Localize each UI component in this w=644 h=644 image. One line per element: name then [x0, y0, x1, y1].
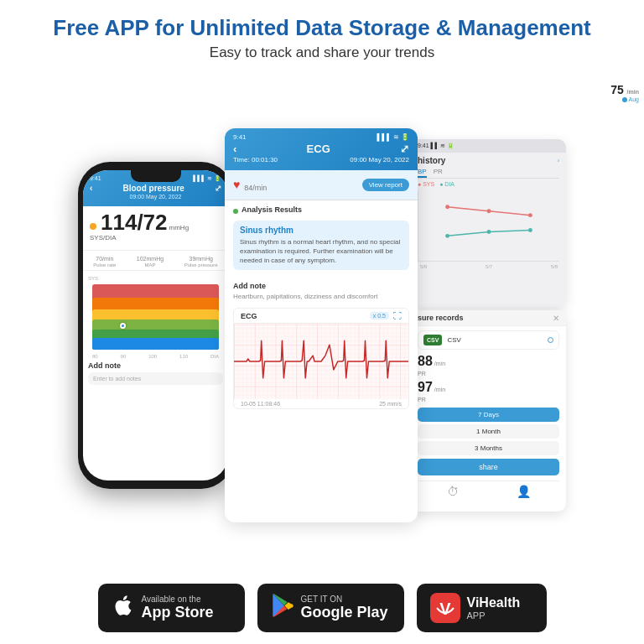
pulse-pressure-metric: 39mmHg Pulse pressure [184, 253, 218, 267]
ecg-heart-rate-row: ♥ 84/min View report [225, 170, 418, 200]
badges-section: Available on the App Store GET IT ON Goo… [0, 574, 644, 644]
bp-chart [88, 283, 223, 354]
rs1-tab-pr[interactable]: PR [434, 168, 443, 178]
phone-notch [131, 170, 181, 182]
ecg-screen-card: 9:41 ▌▌▌ ≋ 🔋 ‹ ECG ⤢ Time: 00:01:30 09:0… [225, 128, 418, 522]
bp-unit: mmHg [169, 224, 190, 231]
rs2-content: CSV CSV 88 /min PR 97 /min PR 7 Days [411, 326, 566, 502]
appstore-badge[interactable]: Available on the App Store [98, 584, 245, 632]
bp-date: 09:00 May 20, 2022 [90, 194, 221, 200]
rs2-csv-radio[interactable] [548, 337, 553, 343]
rs2-share-btn[interactable]: share [418, 459, 559, 475]
ecg-add-note-title: Add note [233, 282, 409, 290]
rs1-title: history [418, 156, 445, 165]
rs1-subtab-sys[interactable]: ● SYS [418, 181, 434, 187]
screenshots-section: 9:41 ▌▌▌ ≋ 🔋 ‹ Blood pressure ⤢ 09:00 Ma… [0, 68, 644, 574]
rs1-tab-bp[interactable]: BP [418, 168, 427, 178]
googleplay-text: GET IT ON Google Play [301, 595, 388, 621]
rs2-time-buttons: 7 Days 1 Month 3 Months [418, 408, 559, 455]
googleplay-main-text: Google Play [301, 605, 388, 621]
rs1-statusbar: 9:41 ▌▌ ≋ 🔋 [418, 143, 454, 149]
svg-point-7 [528, 228, 532, 232]
subtitle: Easy to track and share your trends [17, 44, 627, 61]
ecg-share-icon[interactable]: ⤢ [400, 143, 409, 155]
vihealth-name-text: ViHealth [467, 595, 521, 610]
ecg-waveform-header: ECG x 0.5 ⛶ [234, 309, 408, 324]
vihealth-logo: V [430, 593, 460, 623]
bp-sys-dia-label: SYS/DIA [90, 234, 221, 242]
rs2-close-icon[interactable]: ✕ [553, 314, 559, 323]
pulse-rate-metric: 70/min Pulse rate [93, 253, 116, 267]
ecg-duration: Time: 00:01:30 [233, 156, 278, 164]
ecg-signal: ▌▌▌ ≋ 🔋 [377, 133, 409, 141]
ecg-waveform-label: ECG [241, 312, 257, 320]
ecg-waveform-area: ECG x 0.5 ⛶ [233, 308, 409, 409]
rs2-pr2-label: PR [418, 397, 559, 402]
svg-point-3 [487, 209, 491, 213]
bp-add-note-input[interactable]: Enter to add notes [88, 372, 223, 385]
rs2-pr1: 88 /min [418, 354, 559, 369]
ecg-heart-icon: ♥ [233, 178, 240, 191]
rs2-1month-btn[interactable]: 1 Month [418, 424, 559, 439]
ecg-analysis-section: Analysis Results Sinus rhythm Sinus rhyt… [225, 200, 418, 279]
rs2-pr2: 97 /min [418, 380, 559, 395]
pp-label: Pulse pressure [184, 262, 218, 267]
header-section: Free APP for Unlimited Data Storage & Ma… [0, 0, 644, 68]
rs2-3months-btn[interactable]: 3 Months [418, 441, 559, 455]
rs2-csv-row: CSV CSV [418, 330, 559, 350]
ecg-view-report-btn[interactable]: View report [362, 179, 409, 191]
appstore-text: Available on the App Store [142, 595, 214, 621]
rs1-subtab-dia[interactable]: ● DIA [439, 181, 454, 187]
ecg-zoom[interactable]: x 0.5 [370, 312, 389, 319]
ecg-time-row: Time: 00:01:30 09:00 May 20, 2022 [233, 156, 409, 164]
ecg-add-note-text: Heartburn, palpitations, dizziness and d… [233, 292, 409, 301]
rs2-csv-badge: CSV [423, 335, 442, 345]
vihealth-sub-text: APP [467, 610, 521, 621]
bp-signal-icons: ▌▌▌ ≋ 🔋 [193, 175, 221, 182]
rs1-subtabs: ● SYS ● DIA [418, 181, 559, 187]
rs2-csv-label: CSV [447, 336, 460, 344]
rs2-header: sure records ✕ [411, 310, 566, 326]
rs2-profile-icon[interactable]: 👤 [517, 485, 531, 498]
phone-screen: 9:41 ▌▌▌ ≋ 🔋 ‹ Blood pressure ⤢ 09:00 Ma… [83, 170, 228, 480]
ecg-title-text: ECG [307, 143, 330, 155]
svg-point-6 [487, 230, 491, 234]
rs1-tabs: BP PR [418, 168, 559, 179]
ecg-sinus-title: Sinus rhythm [240, 226, 402, 235]
svg-point-2 [445, 205, 449, 209]
bp-title-row: ‹ Blood pressure ⤢ [90, 184, 221, 193]
map-metric: 102mmHg MAP [137, 253, 164, 267]
bp-screen-title-text: Blood pressure [122, 184, 184, 193]
rs2-bottom-nav: ⏱ 👤 [418, 480, 559, 498]
ecg-title-row: ‹ ECG ⤢ [233, 143, 409, 155]
rs2-7days-btn[interactable]: 7 Days [418, 408, 559, 422]
bp-add-note-title: Add note [88, 361, 223, 370]
googleplay-badge[interactable]: GET IT ON Google Play [257, 584, 404, 632]
bp-value: 114/72 [101, 211, 168, 233]
vihealth-text: ViHealth APP [467, 595, 521, 621]
bp-share-icon[interactable]: ⤢ [215, 184, 221, 193]
ecg-header: 9:41 ▌▌▌ ≋ 🔋 ‹ ECG ⤢ Time: 00:01:30 09:0… [225, 128, 418, 170]
bp-back-icon[interactable]: ‹ [90, 184, 92, 193]
svg-point-5 [445, 233, 449, 237]
rs2-title: sure records [418, 314, 464, 322]
ecg-sinus-text: Sinus rhythm is a normal heart rhythm, a… [240, 237, 402, 266]
right-screen-1: 9:41 ▌▌ ≋ 🔋 history › BP PR ● SYS ● DIA [411, 139, 566, 307]
rs1-header: 9:41 ▌▌ ≋ 🔋 [411, 139, 566, 153]
ecg-back-icon[interactable]: ‹ [233, 143, 236, 155]
appstore-main-text: App Store [142, 605, 214, 621]
rs2-pr2-val: 97 [418, 380, 433, 395]
phone-frame: 9:41 ▌▌▌ ≋ 🔋 ‹ Blood pressure ⤢ 09:00 Ma… [78, 162, 233, 489]
pulse-pressure-value: 39mmHg [184, 253, 218, 262]
bp-time: 9:41 [90, 175, 101, 182]
rs2-recent-icon[interactable]: ⏱ [447, 485, 459, 498]
vihealth-badge[interactable]: V ViHealth APP [417, 584, 547, 632]
rs2-pr1-unit: /min [434, 361, 445, 366]
rs2-pr2-unit: /min [434, 387, 445, 392]
bp-chart-area: SYS 8090100110DIA [83, 274, 228, 358]
pulse-rate-value: 70/min [93, 253, 116, 262]
ecg-fullscreen-icon[interactable]: ⛶ [393, 311, 402, 320]
right-screen-2: sure records ✕ CSV CSV 88 /min PR [411, 310, 566, 512]
ecg-ts-right: 25 mm/s [379, 401, 402, 407]
rs1-arrow[interactable]: › [558, 158, 559, 164]
